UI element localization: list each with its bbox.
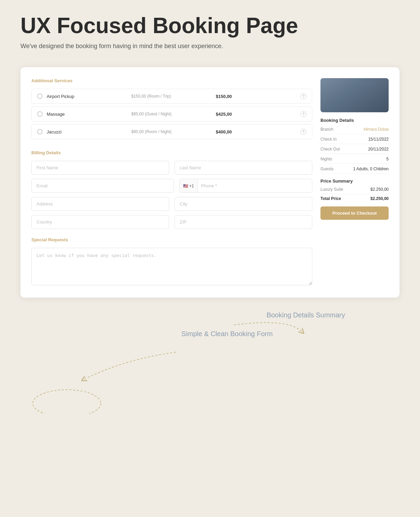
room-price-label: Luxury Suite xyxy=(320,187,343,192)
service-price-massage: $425,00 xyxy=(216,112,296,117)
phone-flag-dropdown[interactable]: 🇺🇸 +1 xyxy=(180,179,198,192)
service-name-massage: Massage xyxy=(47,112,127,117)
detail-branch: Branch Himara Dubai xyxy=(320,127,389,134)
service-radio-jacuzzi[interactable] xyxy=(37,129,43,134)
booking-sidebar: Booking Details Branch Himara Dubai Chec… xyxy=(320,78,389,287)
service-per-jacuzzi: $80,00 (Room / Night) xyxy=(131,129,212,134)
annotation-form: Simple & Clean Booking Form xyxy=(181,330,273,338)
svg-point-0 xyxy=(33,390,101,414)
service-per-airport: $150,00 (Room / Trip) xyxy=(131,94,212,99)
service-item-jacuzzi: Jacuzzi $80,00 (Room / Night) $400,00 ? xyxy=(31,124,312,139)
services-list: Airport Pickup $150,00 (Room / Trip) $15… xyxy=(31,89,312,139)
checkin-value: 15/11/2022 xyxy=(368,137,389,142)
phone-wrapper: 🇺🇸 +1 xyxy=(179,179,312,193)
country-zip-row xyxy=(31,215,312,229)
service-radio-airport[interactable] xyxy=(37,94,43,99)
room-image xyxy=(320,78,389,112)
detail-checkin: Check In 15/11/2022 xyxy=(320,137,389,144)
info-icon-jacuzzi[interactable]: ? xyxy=(300,129,306,135)
booking-card: Additional Services Airport Pickup $150,… xyxy=(20,67,400,298)
total-price-row: Total Price $2.250,00 xyxy=(320,196,389,201)
annotation-summary: Booking Details Summary xyxy=(267,311,345,319)
booking-main: Additional Services Airport Pickup $150,… xyxy=(31,78,312,287)
annotations-section: Booking Details Summary Simple & Clean B… xyxy=(20,311,400,338)
booking-details-title: Booking Details xyxy=(320,118,389,123)
nights-value: 5 xyxy=(386,157,389,161)
service-radio-massage[interactable] xyxy=(37,111,43,117)
checkout-button[interactable]: Proceed to Checkout xyxy=(320,206,389,220)
total-label: Total Price xyxy=(320,196,341,201)
page-subtitle: We've designed the booking form having i… xyxy=(20,42,400,51)
name-row xyxy=(31,161,312,175)
service-item-massage: Massage $85,00 (Guest / Night) $425,00 ? xyxy=(31,106,312,121)
service-item-airport: Airport Pickup $150,00 (Room / Trip) $15… xyxy=(31,89,312,104)
guests-value: 1 Adults, 0 Children xyxy=(353,167,389,171)
first-name-input[interactable] xyxy=(31,161,169,175)
additional-services-section: Additional Services Airport Pickup $150,… xyxy=(31,78,312,139)
annotation-row-2: Simple & Clean Booking Form xyxy=(20,330,400,338)
additional-services-label: Additional Services xyxy=(31,78,312,83)
branch-label: Branch xyxy=(320,127,333,132)
page-title: UX Focused Booking Page xyxy=(20,14,400,38)
arrows-svg xyxy=(20,311,400,414)
total-value: $2.250,00 xyxy=(371,196,389,201)
email-phone-row: 🇺🇸 +1 xyxy=(31,179,312,193)
service-price-airport: $150,00 xyxy=(216,94,296,99)
branch-value: Himara Dubai xyxy=(364,127,389,132)
special-requests-textarea[interactable] xyxy=(31,248,312,285)
billing-label: Billing Details xyxy=(31,150,312,155)
service-price-jacuzzi: $400,00 xyxy=(216,129,296,134)
address-city-row xyxy=(31,197,312,211)
email-input[interactable] xyxy=(31,179,174,193)
last-name-input[interactable] xyxy=(175,161,312,175)
price-summary-title: Price Summary xyxy=(320,178,389,184)
special-requests-label: Special Requests xyxy=(31,237,312,242)
room-price-value: $2.250,00 xyxy=(371,187,389,192)
checkin-label: Check In xyxy=(320,137,336,142)
guests-label: Guests xyxy=(320,167,333,171)
detail-nights: Nights 5 xyxy=(320,157,389,164)
country-input[interactable] xyxy=(31,215,169,229)
checkout-label: Check Out xyxy=(320,147,340,152)
service-name-jacuzzi: Jacuzzi xyxy=(47,129,127,134)
checkout-value: 20/11/2022 xyxy=(368,147,389,152)
annotation-row-1: Booking Details Summary xyxy=(20,311,400,319)
zip-input[interactable] xyxy=(175,215,312,229)
detail-checkout: Check Out 20/11/2022 xyxy=(320,147,389,154)
booking-details-card: Booking Details Branch Himara Dubai Chec… xyxy=(320,118,389,220)
billing-section: Billing Details 🇺🇸 +1 xyxy=(31,150,312,229)
address-input[interactable] xyxy=(31,197,169,211)
phone-input[interactable] xyxy=(198,179,312,192)
info-icon-airport[interactable]: ? xyxy=(300,93,306,99)
detail-guests: Guests 1 Adults, 0 Children xyxy=(320,167,389,174)
room-image-inner xyxy=(320,78,389,112)
special-requests-section: Special Requests xyxy=(31,237,312,287)
city-input[interactable] xyxy=(175,197,312,211)
nights-label: Nights xyxy=(320,157,332,161)
price-room-row: Luxury Suite $2.250,00 xyxy=(320,187,389,194)
info-icon-massage[interactable]: ? xyxy=(300,111,306,117)
service-per-massage: $85,00 (Guest / Night) xyxy=(131,112,212,116)
service-name-airport: Airport Pickup xyxy=(47,94,127,99)
